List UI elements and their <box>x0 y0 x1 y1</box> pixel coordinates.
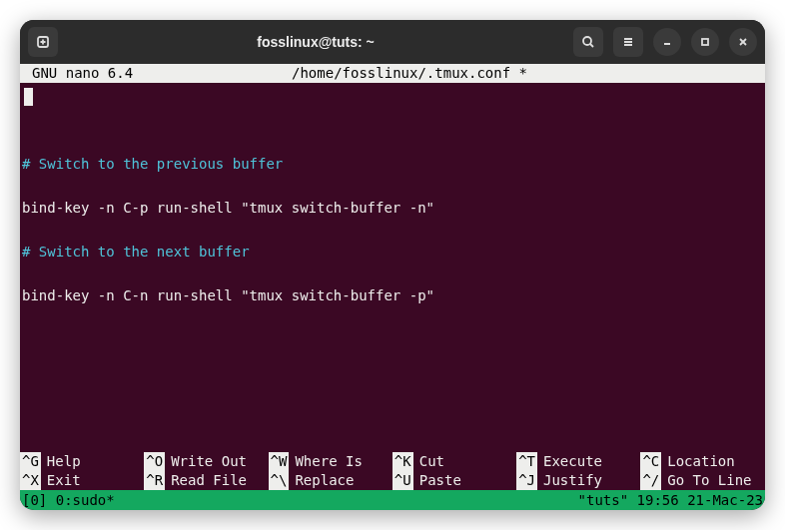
hint-exit: ^XExit <box>20 471 144 490</box>
editor-code-line: bind-key -n C-p run-shell "tmux switch-b… <box>22 200 434 216</box>
svg-line-4 <box>590 44 593 47</box>
hint-whereis: ^WWhere Is <box>269 452 392 471</box>
text-cursor <box>24 88 33 106</box>
maximize-button[interactable] <box>691 28 719 56</box>
tmux-status-bar: [0] 0:sudo* "tuts" 19:56 21-Mac-23 <box>20 490 765 510</box>
close-button[interactable] <box>729 28 757 56</box>
hint-location: ^CLocation <box>640 452 764 471</box>
new-tab-button[interactable] <box>28 27 58 57</box>
hint-gotoline: ^/Go To Line <box>640 471 764 490</box>
hint-replace: ^\Replace <box>269 471 392 490</box>
search-button[interactable] <box>573 27 603 57</box>
hint-execute: ^TExecute <box>516 452 640 471</box>
minimize-button[interactable] <box>653 28 681 56</box>
hint-justify: ^JJustify <box>516 471 640 490</box>
svg-point-3 <box>583 37 591 45</box>
hint-paste: ^UPaste <box>392 471 516 490</box>
nano-file-path: /home/fosslinux/.tmux.conf * <box>292 64 765 83</box>
hint-help: ^GHelp <box>20 452 144 471</box>
window-title: fosslinux@tuts: ~ <box>64 34 567 50</box>
tmux-status-left: [0] 0:sudo* <box>22 490 578 510</box>
tmux-status-right: "tuts" 19:56 21-Mac-23 <box>578 490 763 510</box>
hint-writeout: ^OWrite Out <box>144 452 268 471</box>
nano-app-name: GNU nano 6.4 <box>32 64 292 83</box>
nano-header: GNU nano 6.4 /home/fosslinux/.tmux.conf … <box>20 64 765 83</box>
hint-cut: ^KCut <box>392 452 516 471</box>
svg-rect-9 <box>702 39 708 45</box>
hamburger-menu-button[interactable] <box>613 27 643 57</box>
editor-area[interactable]: # Switch to the previous buffer bind-key… <box>20 83 765 452</box>
editor-comment-line: # Switch to the previous buffer <box>22 156 283 172</box>
nano-footer: ^GHelp ^OWrite Out ^WWhere Is ^KCut ^TEx… <box>20 452 765 490</box>
titlebar: fosslinux@tuts: ~ <box>20 20 765 64</box>
editor-code-line: bind-key -n C-n run-shell "tmux switch-b… <box>22 287 434 303</box>
hint-readfile: ^RRead File <box>144 471 268 490</box>
editor-comment-line: # Switch to the next buffer <box>22 244 250 260</box>
terminal-window: fosslinux@tuts: ~ GNU nano 6.4 /home/fos… <box>20 20 765 510</box>
